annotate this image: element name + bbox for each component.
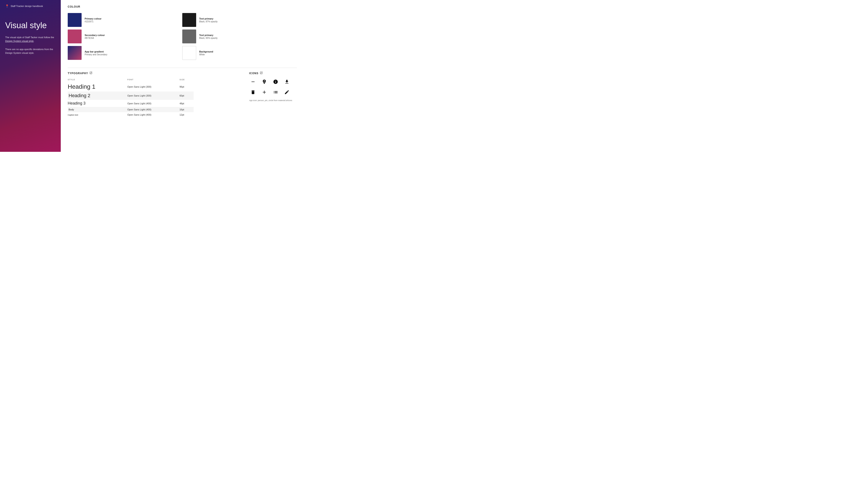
colour-item-secondary: Secondary colour #B73C6A <box>68 28 182 45</box>
table-row: Heading 3 Open Sans Light (400) 48pt <box>68 100 193 107</box>
background-value: White <box>199 53 213 56</box>
page-title: Visual style <box>5 21 56 30</box>
icons-external-link-icon[interactable] <box>260 71 263 75</box>
info-icon <box>272 78 279 86</box>
icons-grid <box>249 78 297 96</box>
icons-header: ICONS <box>249 71 297 75</box>
text-primary-grey-swatch <box>182 30 196 43</box>
colour-item-text-primary-dark: Text primary Black, 87% opacity <box>182 12 297 28</box>
row-size: 12pt <box>180 112 193 117</box>
table-row: Body Open Sans Light (400) 16pt <box>68 107 193 112</box>
secondary-colour-name: Secondary colour <box>85 34 105 36</box>
icons-caption: App icon: person_pin_circle from materia… <box>249 99 297 102</box>
location-pin-icon: 📍 <box>5 4 9 8</box>
table-row: Heading 2 Open Sans Light (300) 60pt <box>68 92 193 100</box>
download-icon <box>283 78 291 86</box>
colour-item-background: Background White <box>182 45 297 61</box>
row-font: Open Sans Light (400) <box>127 112 180 117</box>
main-content: COLOUR Primary colour #1D2671 Text prima… <box>61 0 304 152</box>
colour-item-text-primary-grey: Text primary Black, 65% opacity <box>182 28 297 45</box>
sidebar-description2: There are no app-specific deviations fro… <box>5 47 56 55</box>
row-style: Body <box>68 107 127 112</box>
text-primary-grey-name: Text primary <box>199 34 218 36</box>
row-size: 96pt <box>180 82 193 92</box>
typography-section: TYPOGRAPHY STYLE FONT SIZE Heading 1 <box>68 71 241 117</box>
row-font: Open Sans Light (300) <box>127 92 180 100</box>
typo-col-font: FONT <box>127 78 180 82</box>
icons-section: ICONS <box>249 71 297 117</box>
primary-colour-name: Primary colour <box>85 18 101 20</box>
row-size: 16pt <box>180 107 193 112</box>
content-columns: TYPOGRAPHY STYLE FONT SIZE Heading 1 <box>68 71 297 117</box>
row-style: Heading 1 <box>68 82 127 92</box>
typography-table: STYLE FONT SIZE Heading 1 Open Sans Ligh… <box>68 78 193 117</box>
text-primary-dark-value: Black, 87% opacity <box>199 21 218 23</box>
sidebar: 📍 Staff Tracker design handbook Visual s… <box>0 0 61 152</box>
section-divider <box>68 68 297 68</box>
background-swatch <box>182 46 196 60</box>
gradient-swatch <box>68 46 82 60</box>
app-name: Staff Tracker design handbook <box>11 5 43 7</box>
row-font: Open Sans Light (300) <box>127 82 180 92</box>
secondary-colour-value: #B73C6A <box>85 37 105 39</box>
row-style: Caption text <box>68 112 127 117</box>
text-primary-grey-value: Black, 65% opacity <box>199 37 218 39</box>
primary-colour-value: #1D2671 <box>85 21 101 23</box>
text-primary-dark-name: Text primary <box>199 18 218 20</box>
table-row: Caption text Open Sans Light (400) 12pt <box>68 112 193 117</box>
delete-icon <box>249 88 257 96</box>
row-font: Open Sans Light (400) <box>127 100 180 107</box>
app-logo: 📍 Staff Tracker design handbook <box>5 4 56 8</box>
design-system-link[interactable]: Design System visual style <box>5 40 34 42</box>
typography-header: TYPOGRAPHY <box>68 71 241 75</box>
edit-icon <box>283 88 291 96</box>
colour-section: COLOUR Primary colour #1D2671 Text prima… <box>68 5 297 61</box>
gradient-name: App bar gradient <box>85 50 107 53</box>
row-size: 60pt <box>180 92 193 100</box>
table-row: Heading 1 Open Sans Light (300) 96pt <box>68 82 193 92</box>
row-size: 48pt <box>180 100 193 107</box>
row-style: Heading 3 <box>68 100 127 107</box>
colour-section-title: COLOUR <box>68 5 297 8</box>
text-primary-dark-swatch <box>182 13 196 27</box>
typo-col-style: STYLE <box>68 78 127 82</box>
list-icon <box>272 88 279 96</box>
typography-section-title: TYPOGRAPHY <box>68 72 88 75</box>
gradient-value: Primary and Secondary <box>85 53 107 56</box>
background-name: Background <box>199 50 213 53</box>
row-font: Open Sans Light (400) <box>127 107 180 112</box>
colour-item-gradient: App bar gradient Primary and Secondary <box>68 45 182 61</box>
external-link-icon[interactable] <box>89 71 92 75</box>
colour-item-primary: Primary colour #1D2671 <box>68 12 182 28</box>
typo-col-size: SIZE <box>180 78 193 82</box>
sidebar-description: The visual style of Staff Tacker must fo… <box>5 36 56 43</box>
add-icon <box>260 88 268 96</box>
colour-grid: Primary colour #1D2671 Text primary Blac… <box>68 12 297 61</box>
secondary-colour-swatch <box>68 30 82 43</box>
icons-section-title: ICONS <box>249 72 258 75</box>
row-style: Heading 2 <box>68 92 127 100</box>
person-pin-circle-icon <box>260 78 268 86</box>
primary-colour-swatch <box>68 13 82 27</box>
minus-icon <box>249 78 257 86</box>
